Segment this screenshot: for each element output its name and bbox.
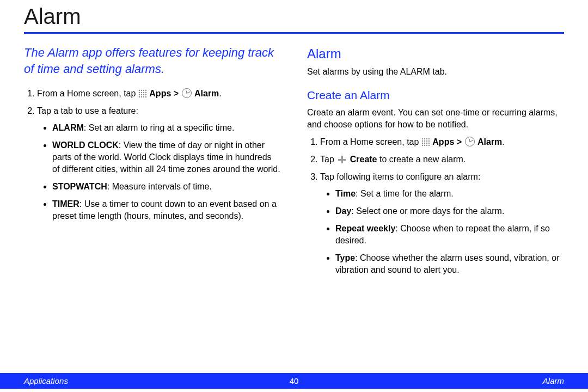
clock-icon [465,137,475,146]
create-label: Create [350,155,377,164]
svg-point-2 [143,90,144,91]
term: Day [335,206,351,216]
svg-point-23 [428,140,430,142]
def: : Set an alarm to ring at a specific tim… [84,123,235,132]
term: STOPWATCH [52,182,107,191]
svg-point-21 [424,140,425,142]
left-column: The Alarm app offers features for keepin… [24,45,281,281]
bullet-timer: TIMER: Use a timer to count down to an e… [52,198,281,222]
svg-point-27 [428,143,430,144]
svg-point-28 [422,145,423,146]
left-step-1: From a Home screen, tap Apps > Alarm. [37,88,281,100]
svg-point-0 [139,90,140,91]
svg-point-25 [424,143,425,144]
svg-point-12 [139,96,140,97]
svg-point-4 [139,92,140,93]
bullet-stopwatch: STOPWATCH: Measure intervals of time. [52,181,281,193]
term: Time [335,189,356,198]
term: Repeat weekly [335,224,395,233]
svg-point-3 [145,90,146,91]
svg-point-5 [141,92,142,93]
svg-point-30 [426,145,427,146]
left-step-2: Tap a tab to use a feature: ALARM: Set a… [37,105,281,222]
svg-point-7 [145,92,146,93]
clock-icon [182,88,192,98]
def: : Use a timer to count down to an event … [52,199,277,220]
bullet-world-clock: WORLD CLOCK: View the time of day or nig… [52,139,281,175]
apps-label: Apps [432,137,454,146]
term: ALARM [52,123,84,132]
columns: The Alarm app offers features for keepin… [24,45,564,281]
section-heading: Alarm [307,45,564,63]
plus-icon [338,155,346,164]
svg-point-15 [145,96,146,97]
footer-left: Applications [24,376,68,385]
svg-point-24 [422,143,423,144]
intro-text: The Alarm app offers features for keepin… [24,45,281,77]
svg-point-9 [141,94,142,95]
gt: > [454,137,464,146]
svg-point-20 [422,140,423,142]
term: WORLD CLOCK [52,140,119,150]
subsection-heading: Create an Alarm [307,88,564,103]
def: : Measure intervals of time. [107,182,212,191]
bullet-type: Type: Choose whether the alarm uses soun… [335,252,564,276]
svg-point-16 [422,138,423,139]
right-bullets: Time: Set a time for the alarm. Day: Sel… [320,188,564,276]
svg-point-17 [424,138,425,139]
svg-point-14 [143,96,144,97]
page-title: Alarm [24,0,564,32]
bullet-alarm: ALARM: Set an alarm to ring at a specifi… [52,122,281,134]
svg-point-1 [141,90,142,91]
period: . [219,89,221,98]
svg-point-10 [143,94,144,95]
right-column: Alarm Set alarms by using the ALARM tab.… [307,45,564,281]
svg-point-8 [139,94,140,95]
def: : Select one or more days for the alarm. [351,206,504,216]
alarm-label: Alarm [194,89,219,98]
right-step-2: Tap Create to create a new alarm. [320,154,564,166]
section-sub: Set alarms by using the ALARM tab. [307,66,564,78]
footer-right: Alarm [543,376,564,385]
bullet-repeat: Repeat weekly: Choose when to repeat the… [335,223,564,247]
period: . [502,137,504,146]
footer-page-number: 40 [290,376,299,385]
gt: > [171,89,181,98]
text: Tap [320,155,336,164]
title-rule [24,32,564,34]
right-step-1: From a Home screen, tap Apps > Alarm. [320,136,564,148]
svg-point-11 [145,94,146,95]
def: : Choose whether the alarm uses sound, v… [335,253,559,274]
svg-point-31 [428,145,430,146]
apps-icon [421,138,430,146]
text: Tap following items to configure an alar… [320,172,480,181]
svg-point-29 [424,145,425,146]
right-step-3: Tap following items to configure an alar… [320,171,564,276]
text: to create a new alarm. [379,155,465,164]
right-steps: From a Home screen, tap Apps > Alarm. [307,136,564,276]
svg-point-22 [426,140,427,142]
svg-point-13 [141,96,142,97]
left-steps: From a Home screen, tap Apps > Alarm. [24,88,281,222]
svg-point-18 [426,138,427,139]
svg-point-26 [426,143,427,144]
apps-icon [138,89,147,98]
bullet-day: Day: Select one or more days for the ala… [335,205,564,217]
bullet-time: Time: Set a time for the alarm. [335,188,564,200]
text: From a Home screen, tap [37,89,138,98]
apps-label: Apps [149,89,171,98]
term: TIMER [52,199,79,209]
svg-point-19 [428,138,430,139]
footer: Applications 40 Alarm [0,373,588,389]
left-bullets: ALARM: Set an alarm to ring at a specifi… [37,122,281,223]
alarm-label: Alarm [477,137,502,146]
svg-point-6 [143,92,144,93]
text: From a Home screen, tap [320,137,421,146]
def: : Set a time for the alarm. [356,189,454,198]
subsection-desc: Create an alarm event. You can set one-t… [307,107,564,131]
term: Type [335,253,355,262]
text: Tap a tab to use a feature: [37,106,138,115]
